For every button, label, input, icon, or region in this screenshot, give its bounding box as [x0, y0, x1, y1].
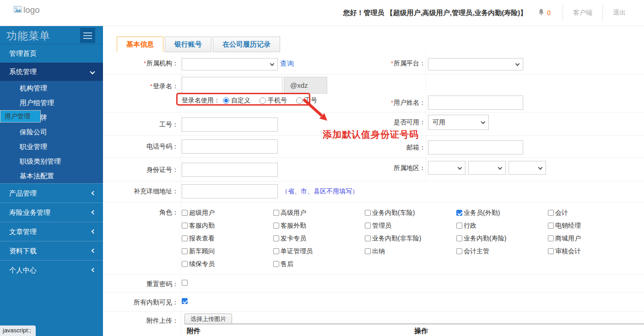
phone-input[interactable] — [182, 139, 278, 154]
checkbox-icon — [365, 210, 371, 216]
tab-company-history[interactable]: 在公司履历记录 — [213, 37, 280, 52]
role-checkbox[interactable]: 业务内勤(寿险) — [456, 232, 548, 245]
role-checkbox[interactable]: 审核会计 — [548, 245, 639, 257]
checkbox-icon — [182, 223, 188, 229]
login-use-label: 登录名使用： — [182, 96, 220, 105]
address-input[interactable] — [182, 184, 278, 198]
sidebar-item-personal-center[interactable]: 个人中心 — [0, 260, 103, 279]
role-checkbox[interactable]: 出纳 — [365, 245, 456, 257]
chevron-left-icon — [92, 268, 96, 272]
region-city-select[interactable] — [468, 161, 506, 175]
form-row-reset-password: 重置密码： — [103, 275, 644, 293]
upload-image-button[interactable]: 选择上传图片 — [184, 314, 232, 324]
idcard-input[interactable] — [182, 163, 278, 177]
logo-text: logo — [23, 5, 40, 15]
role-checkbox[interactable]: 报表查看 — [182, 232, 273, 245]
sidebar-item-label: 产品管理 — [9, 189, 37, 197]
sidebar-item-data-download[interactable]: 资料下载 — [0, 241, 103, 260]
chevron-down-icon — [481, 120, 486, 124]
reset-password-checkbox[interactable] — [182, 280, 188, 286]
form-row-address: 补充详细地址： （省、市、县区不用填写） — [103, 181, 644, 203]
checkbox-icon — [548, 248, 554, 254]
radio-label: 手机号 — [268, 96, 287, 105]
email-input[interactable] — [428, 140, 523, 155]
notification-button[interactable]: 0 — [538, 8, 551, 17]
region-label: 所属地区： — [334, 164, 426, 172]
address-label: 补充详细地址： — [103, 187, 179, 196]
sidebar-item-life-insurance-mgmt[interactable]: 寿险业务管理 — [0, 203, 103, 222]
sidebar-item-basic-law-config[interactable]: 基本法配置 — [0, 169, 103, 183]
tab-bank-account[interactable]: 银行账号 — [165, 37, 211, 52]
role-checkbox[interactable]: 管理员 — [365, 219, 456, 232]
role-checkbox[interactable]: 业务内勤(车险) — [365, 206, 456, 219]
jobno-input[interactable] — [182, 117, 278, 132]
checkbox-icon — [182, 210, 188, 216]
radio-jobno[interactable]: 工号 — [296, 96, 317, 105]
role-checkbox[interactable]: 电销经理 — [548, 219, 639, 232]
role-checkbox[interactable]: 商城用户 — [548, 232, 639, 245]
available-select[interactable]: 可用 — [428, 115, 489, 130]
role-checkbox[interactable]: 发卡专员 — [273, 232, 365, 245]
region-county-select[interactable] — [509, 161, 546, 175]
sidebar-item-system[interactable]: 系统管理 — [0, 63, 103, 81]
sidebar-item-user-mgmt[interactable]: 用户管理 — [0, 110, 41, 123]
role-checkbox[interactable]: 续保专员 — [182, 257, 273, 270]
role-checkbox[interactable]: 高级用户 — [273, 206, 365, 219]
radio-custom[interactable]: 自定义 — [223, 96, 250, 105]
platform-label: *所属平台： — [334, 59, 426, 68]
tab-basic-info[interactable]: 基本信息 — [117, 37, 163, 52]
role-checkbox[interactable]: 业务员(外勤) — [456, 206, 548, 219]
role-checkbox[interactable]: 会计主管 — [456, 245, 548, 257]
sidebar-item-org-mgmt[interactable]: 机构管理 — [0, 81, 103, 96]
sidebar-item-label: 系统管理 — [9, 68, 37, 75]
sidebar-item-rank-category-mgmt[interactable]: 职级类别管理 — [0, 154, 103, 169]
form-row-attachment: 附件上传： 选择上传图片 附件 操作 — [103, 312, 644, 336]
username-input[interactable] — [428, 96, 523, 110]
role-checkbox[interactable]: 单证管理员 — [273, 245, 365, 257]
sidebar-header: 功能菜单 — [0, 26, 103, 44]
logout-button[interactable]: 退出 — [603, 9, 636, 17]
roles-grid: 超级用户 高级用户 业务内勤(车险) 业务员(外勤) 会计 客服内勤 客服外勤 … — [182, 206, 639, 270]
role-checkbox[interactable]: 售后 — [273, 257, 365, 270]
region-province-select[interactable] — [428, 161, 465, 175]
checkbox-icon — [456, 248, 462, 254]
bell-icon — [538, 8, 545, 17]
form-row-login-username: *登录名： @xdz 登录名使用： 自定义 手机号 工号 *用户姓名： — [103, 75, 644, 112]
sidebar-item-usergroup-mgmt[interactable]: 用户组管理 — [0, 96, 103, 110]
role-checkbox[interactable]: 客服外勤 — [273, 219, 365, 232]
visible-all-label: 所有内勤可见： — [103, 299, 179, 307]
hamburger-icon[interactable] — [80, 28, 95, 43]
reset-password-label: 重置密码： — [103, 280, 179, 288]
checkbox-icon — [273, 261, 279, 267]
role-checkbox[interactable]: 会计 — [548, 206, 639, 219]
annotation-text: 添加默认值身份证号码 — [323, 128, 419, 141]
sidebar-item-product-mgmt[interactable]: 产品管理 — [0, 183, 103, 203]
role-checkbox[interactable]: 客服内勤 — [182, 219, 273, 232]
jobno-label: 工号： — [103, 121, 179, 129]
sidebar-item-article-mgmt[interactable]: 文章管理 — [0, 222, 103, 241]
visible-all-checkbox[interactable] — [182, 298, 188, 304]
login-use-group: 登录名使用： 自定义 手机号 工号 — [182, 96, 324, 105]
link-status-bar: javascript:; — [0, 325, 36, 336]
chevron-down-icon — [270, 62, 275, 66]
query-link[interactable]: 查询 — [280, 59, 294, 68]
sidebar-item-home[interactable]: 管理首页 — [0, 44, 103, 63]
chevron-down-icon — [458, 165, 462, 170]
chevron-left-icon — [92, 191, 96, 196]
checkbox-icon — [273, 235, 279, 241]
role-checkbox[interactable]: 新车顾问 — [182, 245, 273, 257]
upload-divider — [184, 323, 644, 325]
role-checkbox[interactable]: 行政 — [456, 219, 548, 232]
sidebar-item-insurance-company[interactable]: 保险公司 — [0, 125, 103, 139]
role-checkbox[interactable]: 超级用户 — [182, 206, 273, 219]
sidebar-item-occupation-mgmt[interactable]: 职业管理 — [0, 139, 103, 154]
org-select[interactable] — [182, 58, 278, 70]
client-button[interactable]: 客户端 — [563, 9, 602, 17]
radio-mobile[interactable]: 手机号 — [260, 96, 287, 105]
form-row-org-platform: *所属机构： 查询 *所属平台： — [103, 52, 644, 75]
username-label: *用户姓名： — [334, 99, 426, 107]
role-checkbox[interactable]: 业务内勤(非车险) — [365, 232, 456, 245]
login-input[interactable] — [182, 77, 282, 94]
platform-select[interactable] — [428, 58, 523, 70]
idcard-label: 身份证号： — [103, 166, 179, 174]
